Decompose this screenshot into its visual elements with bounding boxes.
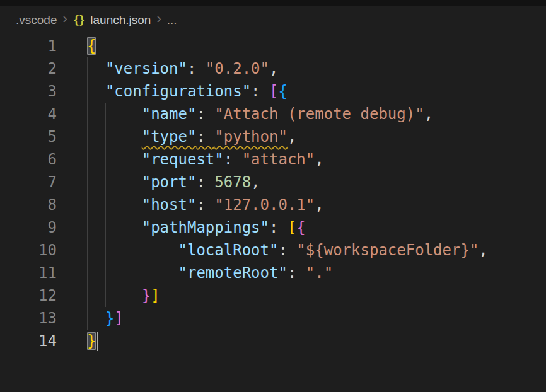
indent-guide [87,239,88,262]
editor-tab-bar [0,0,546,6]
code-token: , [315,151,323,168]
code-token: "Attach (remote debug)" [214,105,424,123]
code-line[interactable]: 3 "configurations": [{ [0,80,546,103]
code-token: , [251,173,260,191]
code-token: , [315,196,323,214]
code-token: "configurations" [105,83,251,100]
code-token: "host" [142,196,197,214]
indent-guide [87,103,88,125]
code-token: : [288,264,306,282]
code-line-content: "request": "attach", [57,148,546,171]
code-token: { [87,37,96,55]
indent-guide [87,193,88,216]
code-token: "${workspaceFolder}" [296,241,479,259]
code-token: "type": "python" [142,128,288,146]
line-number: 14 [0,330,57,352]
code-editor[interactable]: 1{2 "version": "0.2.0",3 "configurations… [0,34,546,352]
code-token: { [296,219,305,236]
code-token: "request" [142,151,224,168]
indent-guide [87,216,88,239]
code-token: "version" [105,60,187,78]
code-token: "0.2.0" [206,60,269,78]
code-token: "python" [214,128,288,146]
code-token: "attach" [242,151,315,168]
code-line[interactable]: 7 "port": 5678, [0,171,546,193]
code-token: [ [288,219,296,236]
code-token: : [196,173,214,191]
code-token: , [288,128,296,146]
indent-guide [105,125,106,148]
line-number: 4 [0,103,57,125]
code-line[interactable]: 5 "type": "python", [0,125,546,148]
code-line-content: "pathMappings": [{ [57,216,546,239]
breadcrumb-more[interactable]: ... [167,13,177,27]
breadcrumb: .vscode › {} launch.json › ... [0,6,546,34]
code-line[interactable]: 4 "name": "Attach (remote debug)", [0,103,546,125]
line-number: 2 [0,57,57,80]
indent-guide [105,239,106,262]
indent-guide [105,262,106,284]
code-token: : [251,83,269,100]
indent-guide [105,284,106,307]
code-line[interactable]: 1{ [0,35,546,57]
code-line[interactable]: 14} [0,330,546,352]
code-token: { [278,83,287,100]
code-line[interactable]: 8 "host": "127.0.0.1", [0,193,546,216]
code-line-content: "configurations": [{ [57,80,546,103]
indent-guide [87,171,88,193]
line-number: 9 [0,216,57,239]
line-number: 5 [0,125,57,148]
indent-guide [105,193,106,216]
code-token: : [196,196,214,214]
indent-guide [105,103,106,125]
indent-guide [87,80,88,103]
code-token: , [424,105,433,123]
code-line-content: "host": "127.0.0.1", [57,193,546,216]
code-token: } [105,309,114,327]
code-line-content: } [57,330,546,352]
indent-guide [87,148,88,171]
code-token: : [224,151,242,168]
code-line[interactable]: 2 "version": "0.2.0", [0,57,546,80]
breadcrumb-file[interactable]: launch.json [90,13,151,27]
code-line[interactable]: 9 "pathMappings": [{ [0,216,546,239]
code-line[interactable]: 12 }] [0,284,546,307]
code-token: "remoteRoot" [178,264,288,282]
indent-guide [87,307,88,330]
code-token: "type" [142,128,197,146]
code-token: : [269,219,288,236]
indent-guide [87,125,88,148]
code-token: "127.0.0.1" [214,196,315,214]
line-number: 10 [0,239,57,262]
code-token: "port" [142,173,197,191]
code-token: : [196,105,214,123]
code-token: } [87,332,96,350]
code-line-content: { [57,35,546,57]
code-token: [ [269,83,278,100]
line-number: 1 [0,35,57,57]
line-number: 13 [0,307,57,330]
tab-separator [154,0,154,6]
indent-guide [142,239,142,262]
code-line-content: "version": "0.2.0", [57,57,546,80]
code-token: } [142,287,151,304]
code-line[interactable]: 10 "localRoot": "${workspaceFolder}", [0,239,546,262]
indent-guide [105,216,106,239]
line-number: 8 [0,193,57,216]
line-number: 12 [0,284,57,307]
code-line[interactable]: 11 "remoteRoot": "." [0,262,546,284]
indent-guide [105,171,106,193]
code-line-content: "remoteRoot": "." [57,262,546,284]
code-token: : [187,60,206,78]
code-token: "." [306,264,333,282]
breadcrumb-folder[interactable]: .vscode [16,13,57,27]
code-token: "name" [142,105,197,123]
code-line[interactable]: 13 }] [0,307,546,330]
tab-separator [491,0,491,6]
line-number: 11 [0,262,57,284]
code-line[interactable]: 6 "request": "attach", [0,148,546,171]
code-line-content: }] [57,284,546,307]
code-token: , [479,241,487,259]
chevron-right-icon: › [156,12,161,28]
code-token: , [269,60,278,78]
